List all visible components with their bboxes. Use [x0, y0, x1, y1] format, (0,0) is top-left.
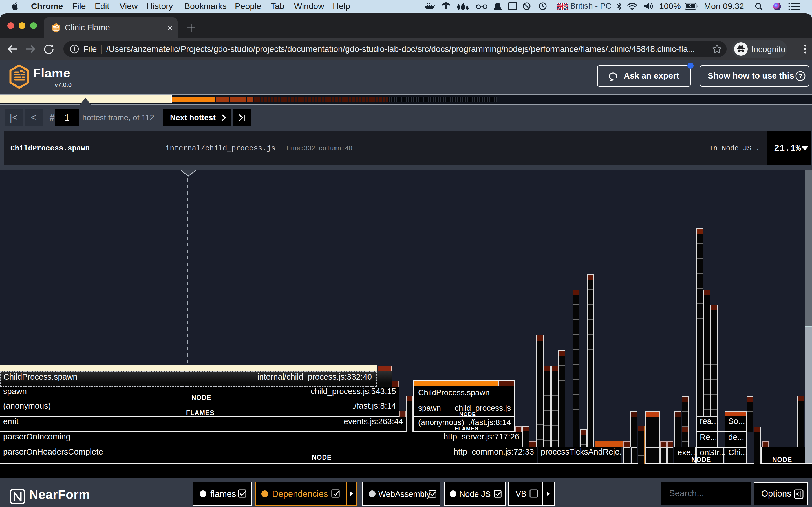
svg-text:PC: PC	[563, 6, 567, 9]
svg-text:?: ?	[799, 73, 802, 80]
